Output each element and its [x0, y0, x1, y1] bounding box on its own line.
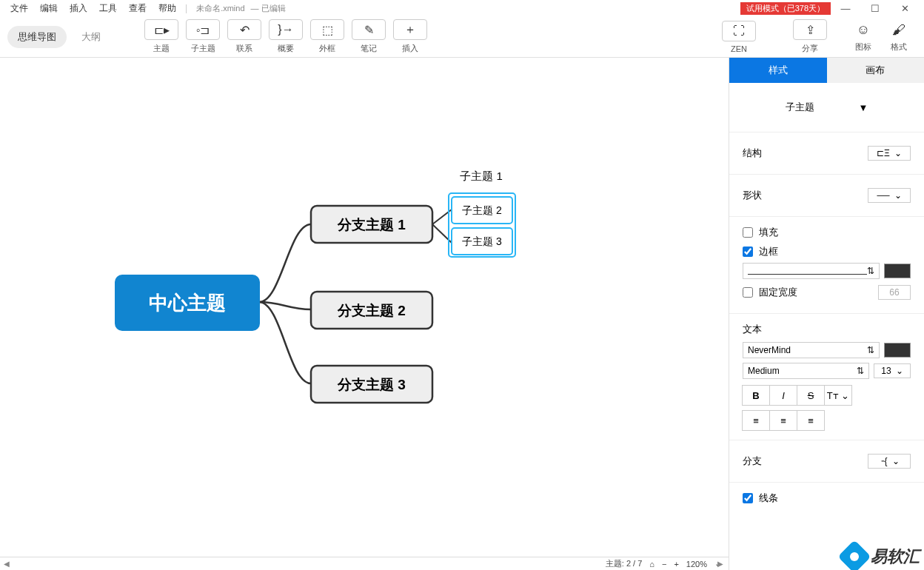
- panel-tab-style[interactable]: 样式: [729, 58, 827, 83]
- relation-icon: ↶: [227, 19, 261, 40]
- chevron-down-icon: ⌄: [892, 456, 900, 466]
- border-color-swatch[interactable]: [884, 264, 911, 278]
- border-thickness-select[interactable]: ⇅: [743, 263, 880, 279]
- scroll-left-icon[interactable]: ◀: [1, 558, 12, 569]
- menu-file[interactable]: 文件: [4, 1, 34, 16]
- structure-select[interactable]: ⊏Ξ⌄: [868, 146, 911, 161]
- chevron-down-icon: ⌄: [894, 148, 902, 158]
- node-branch-1[interactable]: 分支主题 1: [337, 217, 406, 232]
- statusbar: 主题: 2 / 7 ⌂ − + 120% ⌄: [0, 557, 729, 570]
- trial-badge: 试用模式（已378天）: [740, 2, 831, 15]
- branch-select[interactable]: ╶{⌄: [868, 454, 911, 469]
- node-branch-2[interactable]: 分支主题 2: [337, 303, 406, 318]
- line-icon: ──: [877, 190, 889, 201]
- zoom-level[interactable]: 120%: [686, 560, 707, 569]
- brush-icon: 🖌: [892, 21, 905, 38]
- tool-zen[interactable]: ⛶ZEN: [718, 21, 760, 53]
- share-icon: ⇪: [793, 19, 827, 40]
- branch-icon: ╶{: [879, 456, 887, 466]
- align-center-button[interactable]: ≡: [769, 410, 797, 431]
- menu-tools[interactable]: 工具: [93, 1, 123, 16]
- node-sub-3[interactable]: 子主题 3: [462, 235, 502, 247]
- branch-label: 分支: [743, 455, 762, 468]
- map-icon[interactable]: ⌂: [649, 560, 654, 569]
- boundary-icon: ⬚: [310, 19, 344, 40]
- insert-icon: ＋: [393, 19, 427, 40]
- menu-insert[interactable]: 插入: [64, 1, 93, 16]
- tool-summary[interactable]: }→概要: [265, 19, 307, 54]
- chevron-down-icon: ⌄: [894, 190, 902, 201]
- line-checkbox[interactable]: 线条: [743, 492, 911, 505]
- textcase-button[interactable]: Tᴛ ⌄: [824, 385, 852, 406]
- zoom-in-button[interactable]: +: [674, 560, 678, 569]
- chevron-down-icon[interactable]: ▼: [859, 102, 868, 113]
- zen-icon: ⛶: [722, 21, 756, 41]
- canvas[interactable]: 中心主题 分支主题 1 分支主题 2 分支主题 3 子主题 1 子主题 2 子主…: [0, 58, 729, 557]
- menu-edit[interactable]: 编辑: [34, 1, 64, 16]
- font-select[interactable]: NeverMind⇅: [743, 342, 880, 358]
- structure-label: 结构: [743, 147, 762, 160]
- file-status: — 已编辑: [251, 3, 286, 14]
- toolbar: 思维导图 大纲 ⊏▸主题 ◦⊐子主题 ↶联系 }→概要 ⬚外框 ✎笔记 ＋插入 …: [0, 16, 924, 58]
- logo-icon: [837, 540, 871, 570]
- close-button[interactable]: ✕: [890, 3, 920, 14]
- tool-icons[interactable]: ☺图标: [846, 21, 881, 53]
- subtopic-icon: ◦⊐: [186, 19, 220, 40]
- fixedwidth-checkbox[interactable]: 固定宽度: [743, 286, 797, 299]
- topic-icon: ⊏▸: [144, 19, 178, 40]
- note-icon: ✎: [352, 19, 386, 40]
- weight-select[interactable]: Medium⇅: [743, 363, 869, 379]
- scroll-right-icon[interactable]: ▶: [715, 558, 726, 569]
- watermark: 易软汇: [843, 545, 920, 569]
- shape-label: 形状: [743, 189, 762, 202]
- minimize-button[interactable]: —: [831, 3, 860, 14]
- tool-note[interactable]: ✎笔记: [348, 19, 389, 54]
- italic-button[interactable]: I: [769, 385, 797, 406]
- tab-outline[interactable]: 大纲: [71, 26, 111, 48]
- element-type-label: 子主题: [786, 101, 814, 114]
- menu-help[interactable]: 帮助: [153, 1, 182, 16]
- align-right-button[interactable]: ≡: [797, 410, 825, 431]
- tab-mindmap[interactable]: 思维导图: [7, 26, 67, 48]
- node-sub-2[interactable]: 子主题 2: [462, 204, 502, 216]
- tool-relation[interactable]: ↶联系: [224, 19, 265, 54]
- tool-format[interactable]: 🖌格式: [881, 21, 917, 53]
- border-checkbox[interactable]: 边框: [743, 245, 911, 258]
- tool-topic[interactable]: ⊏▸主题: [141, 19, 182, 54]
- align-left-button[interactable]: ≡: [742, 410, 770, 431]
- node-branch-3[interactable]: 分支主题 3: [337, 377, 406, 392]
- summary-icon: }→: [269, 19, 303, 40]
- fontsize-select[interactable]: 13⌄: [874, 363, 911, 378]
- text-color-swatch[interactable]: [884, 343, 911, 358]
- zoom-out-button[interactable]: −: [662, 560, 666, 569]
- tool-boundary[interactable]: ⬚外框: [307, 19, 348, 54]
- node-center[interactable]: 中心主题: [149, 292, 226, 314]
- fill-checkbox[interactable]: 填充: [743, 226, 911, 239]
- tool-insert[interactable]: ＋插入: [389, 19, 431, 54]
- structure-icon: ⊏Ξ: [877, 148, 890, 158]
- bold-button[interactable]: B: [742, 385, 770, 406]
- tool-subtopic[interactable]: ◦⊐子主题: [182, 19, 224, 54]
- smile-icon: ☺: [857, 21, 870, 38]
- node-sub-1[interactable]: 子主题 1: [460, 170, 503, 182]
- maximize-button[interactable]: ☐: [860, 3, 890, 14]
- text-label: 文本: [743, 323, 911, 336]
- tool-share[interactable]: ⇪分享: [789, 19, 831, 54]
- fixedwidth-input[interactable]: [878, 285, 911, 300]
- status-topics: 主题: 2 / 7: [606, 558, 643, 569]
- format-panel: 样式 画布 子主题 ▼ 结构 ⊏Ξ⌄ 形状 ──⌄ 填充 边框 ⇅: [729, 58, 924, 570]
- strike-button[interactable]: S: [797, 385, 825, 406]
- panel-tab-canvas[interactable]: 画布: [827, 58, 925, 83]
- file-name: 未命名.xmind: [196, 3, 244, 14]
- shape-select[interactable]: ──⌄: [868, 188, 911, 203]
- titlebar: 文件 编辑 插入 工具 查看 帮助 | 未命名.xmind — 已编辑 试用模式…: [0, 0, 924, 16]
- menu-view[interactable]: 查看: [123, 1, 153, 16]
